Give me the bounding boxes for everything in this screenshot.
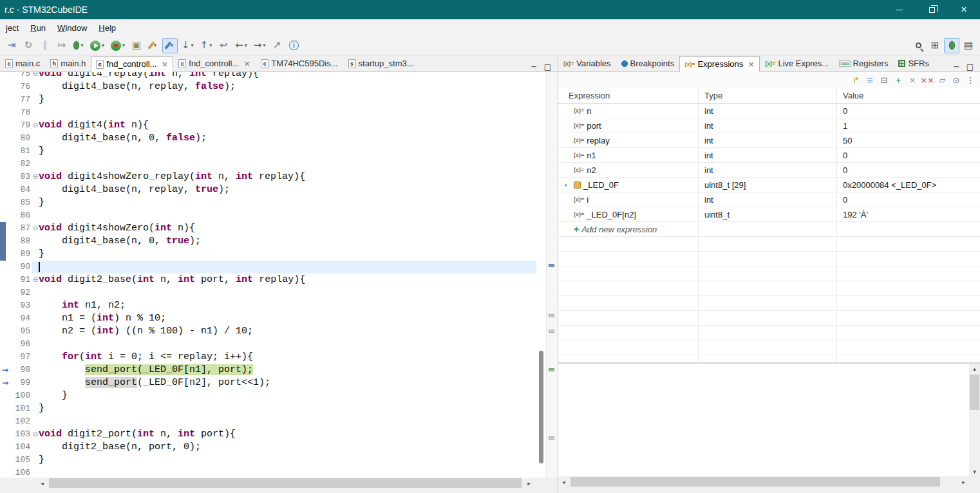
fold-collapse-icon[interactable]: ⊖ (32, 72, 39, 80)
code-line[interactable]: 95 n2 = (int) ((n % 100) - n1) / 10; (0, 325, 536, 338)
annotation-ruler[interactable] (0, 158, 10, 171)
code-line[interactable]: 92 (0, 286, 536, 299)
annotation-ruler[interactable] (0, 286, 10, 299)
code-line[interactable]: 96 (0, 338, 536, 351)
close-tab-icon[interactable]: × (748, 59, 755, 69)
scroll-down-arrow-icon[interactable]: ▾ (969, 467, 980, 476)
forward-icon[interactable]: →▾ (251, 38, 269, 53)
column-header-value[interactable]: Value (837, 88, 980, 103)
code-line[interactable]: 80 digit4_base(n, 0, false); (0, 132, 536, 145)
code-line[interactable]: 101} (0, 402, 536, 415)
code-line[interactable]: 81} (0, 145, 536, 158)
code-line[interactable]: 83⊖void digit4showZero_replay(int n, int… (0, 171, 536, 183)
code-line[interactable]: 79⊖void digit4(int n){ (0, 119, 536, 132)
view-tab-breakpoints[interactable]: Breakpoints (616, 55, 680, 71)
info-icon[interactable]: i (286, 38, 301, 53)
annotation-ruler[interactable] (0, 312, 10, 325)
code-line[interactable]: 106 (0, 467, 536, 478)
code-editor[interactable]: 75⊖void digit4_replay(int n, int replay)… (0, 72, 558, 478)
annotation-ruler[interactable] (0, 80, 10, 93)
view-tab-sfrs[interactable]: SFRs (893, 55, 934, 71)
expression-row-led-0f[interactable]: ›_LED_0Fuint8_t [29]0x20000084 <_LED_0F> (558, 178, 980, 192)
annotation-ruler[interactable] (0, 351, 10, 364)
expander-icon[interactable]: › (561, 181, 571, 189)
annotation-ruler[interactable] (0, 145, 10, 158)
minimize-view-button[interactable]: ─ (531, 62, 536, 71)
code-line[interactable]: →99 send_port(_LED_0F[n2], port<<1); (0, 377, 536, 389)
skip-all-breakpoints-icon[interactable]: ⇥ (4, 38, 19, 53)
search-icon[interactable] (910, 38, 926, 53)
expression-row-n2[interactable]: (x)=n2int0 (558, 163, 980, 178)
open-perspective-icon[interactable]: ⊞ (927, 38, 943, 53)
cpp-perspective-icon[interactable]: ▤ (961, 38, 976, 53)
scrollbar-thumb[interactable] (970, 375, 979, 410)
expression-row-replay[interactable]: (x)=replayint50 (558, 133, 980, 148)
fold-collapse-icon[interactable]: ⊖ (32, 222, 39, 235)
annotation-ruler[interactable] (0, 454, 10, 467)
restore-button[interactable] (916, 0, 948, 19)
annotation-ruler[interactable] (0, 209, 10, 222)
fold-collapse-icon[interactable]: ⊖ (32, 171, 39, 183)
code-line[interactable]: 102 (0, 415, 536, 428)
annotation-ruler[interactable] (0, 402, 10, 415)
previous-annotation-icon[interactable]: ↑▾ (198, 38, 215, 53)
expression-row-port[interactable]: (x)=portint1 (558, 118, 980, 133)
editor-vertical-scrollbar[interactable] (536, 72, 546, 478)
remove-all-expressions-icon[interactable]: ×× (920, 73, 934, 86)
add-expression-icon[interactable]: + (892, 73, 905, 86)
menu-item-ject[interactable]: ject (0, 19, 24, 36)
remove-expression-icon[interactable]: × (906, 73, 919, 86)
code-line[interactable]: 93 int n1, n2; (0, 299, 536, 312)
code-line[interactable]: 76 digit4_base(n, replay, false); (0, 80, 536, 93)
view-tab-live-expres[interactable]: (x)=Live Expres... (760, 55, 834, 71)
annotation-ruler[interactable]: → (0, 364, 10, 377)
scroll-up-arrow-icon[interactable]: ▴ (969, 364, 980, 373)
annotation-ruler[interactable] (0, 274, 10, 286)
mark-occurrences-icon[interactable]: ▾ (146, 38, 161, 53)
column-header-type[interactable]: Type (699, 88, 837, 103)
annotation-ruler[interactable] (0, 338, 10, 351)
fold-collapse-icon[interactable]: ⊖ (32, 274, 39, 286)
code-line[interactable]: 77} (0, 93, 536, 106)
menu-item-run[interactable]: Run (24, 19, 52, 36)
external-tools-icon[interactable]: ▾ (108, 38, 127, 53)
column-header-expression[interactable]: Expression (558, 88, 699, 103)
link-with-editor-icon[interactable]: ↗ (269, 38, 285, 53)
code-line[interactable]: 97 for(int i = 0; i <= replay; i++){ (0, 351, 536, 364)
code-line[interactable]: 91⊖void digit2_base(int n, int port, int… (0, 274, 536, 286)
annotation-ruler[interactable]: → (0, 377, 10, 389)
code-line[interactable]: 87⊖void digit4showZero(int n){ (0, 222, 536, 235)
annotation-ruler[interactable] (0, 171, 10, 183)
editor-tab-fnd-controll[interactable]: cfnd_controll...× (91, 56, 173, 72)
code-line[interactable]: →98 send_port(_LED_0F[n1], port); (0, 364, 536, 377)
code-line[interactable]: 85} (0, 196, 536, 209)
close-tab-icon[interactable]: × (243, 59, 250, 68)
menu-item-help[interactable]: Help (93, 19, 122, 36)
minimize-button[interactable] (883, 0, 916, 19)
fold-collapse-icon[interactable]: ⊖ (32, 428, 39, 441)
code-line[interactable]: 86 (0, 209, 536, 222)
view-tab-registers[interactable]: 1010Registers (834, 55, 893, 71)
fold-collapse-icon[interactable]: ⊖ (32, 119, 39, 132)
show-type-names-icon[interactable]: ↱ (849, 73, 862, 86)
annotation-ruler[interactable] (0, 389, 10, 402)
step-into-icon[interactable]: ↦ (54, 38, 70, 53)
annotation-ruler[interactable] (0, 325, 10, 338)
scroll-right-arrow-icon[interactable]: ▸ (958, 476, 969, 487)
editor-tab-main-c[interactable]: cmain.c (0, 55, 45, 71)
expression-row-n[interactable]: (x)=nint0 (558, 104, 980, 118)
scrollbar-thumb[interactable] (539, 351, 543, 463)
code-line[interactable]: 88 digit4_base(n, 0, true); (0, 235, 536, 248)
pin-view-icon[interactable]: ⊙ (950, 73, 963, 86)
code-line[interactable]: 78 (0, 106, 536, 119)
editor-horizontal-scrollbar[interactable]: ◂ ▸ (37, 478, 534, 488)
expression-row-n1[interactable]: (x)=n1int0 (558, 148, 980, 163)
annotation-ruler[interactable] (0, 441, 10, 454)
annotation-ruler[interactable] (0, 72, 10, 80)
annotation-ruler[interactable] (0, 467, 10, 478)
close-button[interactable]: × (948, 0, 980, 19)
code-line[interactable]: 105} (0, 454, 536, 467)
annotation-ruler[interactable] (0, 415, 10, 428)
code-line[interactable]: 75⊖void digit4_replay(int n, int replay)… (0, 72, 536, 80)
collapse-all-icon[interactable]: ⊟ (878, 73, 890, 86)
